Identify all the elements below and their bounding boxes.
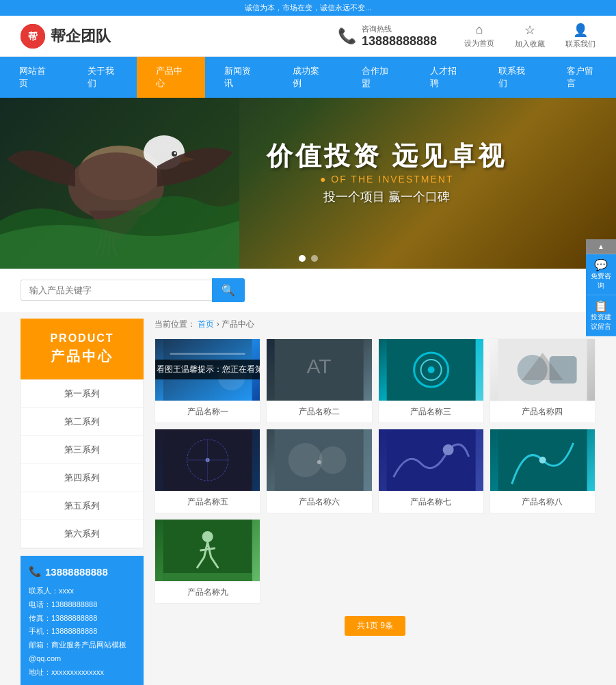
svg-point-19	[427, 366, 434, 373]
product-name-9: 产品名称九	[155, 581, 260, 603]
hotline-label: 咨询热线	[362, 24, 437, 34]
invest-suggest-button[interactable]: 📋 投资建议留言	[586, 295, 616, 336]
set-homepage-button[interactable]: ⌂ 设为首页	[464, 23, 494, 49]
contact-mobile: 手机：13888888888	[29, 625, 135, 639]
product-name-3: 产品名称三	[379, 401, 483, 422]
product-name-2: 产品名称二	[267, 401, 371, 422]
product-name-8: 产品名称八	[490, 491, 595, 513]
product-image-2: AT	[267, 339, 371, 401]
svg-point-34	[442, 444, 453, 455]
product-item-6[interactable]: ● 产品名称六	[266, 429, 372, 513]
breadcrumb-sep: ›	[217, 319, 222, 329]
star-icon: ☆	[524, 23, 535, 38]
contact-person: 联系人：xxxx	[29, 585, 135, 598]
search-button[interactable]: 🔍	[212, 278, 245, 302]
nav-item-news[interactable]: 新闻资讯	[205, 57, 273, 98]
product-image-7	[379, 429, 483, 491]
hotline-number: 13888888888	[362, 34, 437, 49]
svg-point-38	[202, 531, 213, 542]
logo-icon: 帮	[21, 24, 45, 49]
product-item-3[interactable]: 产品名称三	[378, 338, 484, 423]
hero-banner: 价值投资 远见卓视 ● OF THE INVESTMENT 投一个项目 赢一个口…	[0, 98, 616, 269]
sidebar-header-zh: 产品中心	[27, 347, 137, 366]
search-bar: 🔍	[0, 269, 616, 312]
product-name-7: 产品名称七	[379, 491, 483, 513]
banner-text: 价值投资 远见卓视 ● OF THE INVESTMENT 投一个项目 赢一个口…	[267, 139, 507, 205]
arrow-up-icon: ▲	[598, 243, 604, 250]
sidebar-item-series2[interactable]: 第二系列	[21, 408, 143, 436]
image-viewer-tip: 看图王温馨提示：您正在看第一张图片	[155, 360, 260, 379]
search-input[interactable]	[21, 280, 212, 301]
nav-item-recruit[interactable]: 人才招聘	[411, 57, 479, 98]
nav-item-guestbook[interactable]: 客户留言	[548, 57, 616, 98]
product-image-5	[155, 429, 260, 491]
sidebar-header-en: PRODUCT	[27, 332, 137, 345]
svg-rect-33	[386, 429, 475, 491]
sidebar-item-series6[interactable]: 第六系列	[21, 520, 143, 548]
hotline: 📞 咨询热线 13888888888	[338, 24, 437, 49]
banner-eagle	[0, 98, 239, 269]
scroll-up-button[interactable]: ▲	[586, 239, 616, 254]
contact-phone: 📞 13888888888	[29, 565, 135, 578]
product-item-2[interactable]: AT 产品名称二	[266, 338, 372, 423]
header: 帮 帮企团队 📞 咨询热线 13888888888 ⌂ 设为首页 ☆ 加入收藏 …	[0, 16, 616, 57]
phone-icon-small: 📞	[29, 565, 42, 578]
contact-info: 联系人：xxxx 电话：13888888888 传真：13888888888 手…	[29, 585, 135, 680]
breadcrumb-home[interactable]: 首页	[198, 319, 214, 329]
product-item-4[interactable]: 产品名称四	[490, 338, 595, 423]
product-item-1[interactable]: 看图王温馨提示：您正在看第一张图片 产品名称一	[155, 338, 260, 423]
product-image-4	[490, 339, 595, 401]
nav-item-contact[interactable]: 联系我们	[479, 57, 548, 98]
nav-item-about[interactable]: 关于我们	[68, 57, 137, 98]
banner-dot-1[interactable]	[299, 255, 306, 262]
product-item-5[interactable]: 产品名称五	[155, 429, 260, 513]
svg-rect-39	[163, 573, 252, 581]
chat-icon: 💬	[589, 258, 613, 271]
product-image-3	[379, 339, 483, 401]
sidebar-item-series3[interactable]: 第三系列	[21, 436, 143, 464]
nav-item-products[interactable]: 产品中心	[137, 57, 205, 98]
product-name-1: 产品名称一	[155, 401, 260, 422]
sidebar-menu: 第一系列 第二系列 第三系列 第四系列 第五系列 第六系列	[21, 379, 144, 549]
sidebar-item-series1[interactable]: 第一系列	[21, 380, 143, 408]
svg-rect-10	[170, 353, 245, 355]
logo-text: 帮企团队	[51, 26, 111, 46]
set-homepage-label: 设为首页	[464, 38, 494, 49]
hotline-info: 咨询热线 13888888888	[362, 24, 437, 49]
free-consult-label: 免费咨询	[591, 272, 611, 289]
main-content: PRODUCT 产品中心 第一系列 第二系列 第三系列 第四系列 第五系列 第六…	[0, 312, 616, 685]
sidebar-header: PRODUCT 产品中心	[21, 319, 144, 379]
header-right: 📞 咨询热线 13888888888 ⌂ 设为首页 ☆ 加入收藏 👤 联系我们	[338, 23, 595, 49]
banner-subtitle-en: ● OF THE INVESTMENT	[267, 174, 507, 185]
breadcrumb-prefix: 当前位置：	[155, 319, 196, 329]
pagination: 共1页 9条	[155, 616, 595, 636]
nav-item-cases[interactable]: 成功案例	[273, 57, 342, 98]
product-image-8	[490, 429, 595, 491]
product-name-6: 产品名称六	[267, 491, 371, 513]
free-consult-button[interactable]: 💬 免费咨询	[586, 254, 616, 295]
banner-subtitle: 投一个项目 赢一个口碑	[267, 189, 507, 205]
sidebar-item-series5[interactable]: 第五系列	[21, 492, 143, 520]
product-item-7[interactable]: 产品名称七	[378, 429, 484, 513]
banner-dot-2[interactable]	[311, 255, 318, 262]
svg-text:AT: AT	[307, 355, 332, 377]
contact-us-button[interactable]: 👤 联系我们	[565, 23, 595, 49]
product-item-9[interactable]: 产品名称九	[155, 519, 260, 604]
nav-item-home[interactable]: 网站首页	[0, 57, 68, 98]
phone-icon: 📞	[338, 27, 356, 45]
home-icon: ⌂	[476, 23, 483, 37]
product-item-8[interactable]: 产品名称八	[490, 429, 595, 513]
contact-tel: 电话：13888888888	[29, 598, 135, 612]
top-bar-text: 诚信为本，市场在变，诚信永远不变...	[245, 3, 371, 12]
svg-point-36	[539, 457, 546, 464]
float-bar: ▲ 💬 免费咨询 📋 投资建议留言	[586, 239, 616, 336]
svg-text:帮: 帮	[28, 31, 38, 42]
contact-address: 地址：xxxxxxxxxxxxxx	[29, 666, 135, 680]
product-image-9	[155, 520, 260, 581]
contact-fax: 传真：13888888888	[29, 612, 135, 626]
invest-suggest-label: 投资建议留言	[591, 313, 611, 330]
add-favorite-button[interactable]: ☆ 加入收藏	[515, 23, 545, 49]
nav-item-franchise[interactable]: 合作加盟	[343, 57, 411, 98]
logo: 帮 帮企团队	[21, 24, 111, 49]
sidebar-item-series4[interactable]: 第四系列	[21, 464, 143, 492]
